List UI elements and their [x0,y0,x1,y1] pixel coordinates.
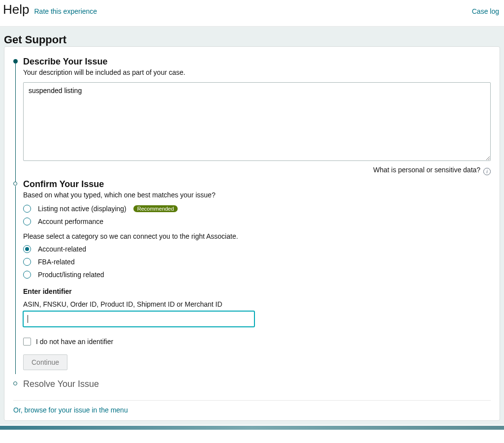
radio-icon[interactable] [23,271,31,279]
option-label: Listing not active (displaying) [38,205,126,213]
category-product-listing-related[interactable]: Product/listing related [23,271,491,279]
identifier-label: Enter identifier [23,287,491,295]
sensitive-data-link[interactable]: What is personal or sensitive data? [373,166,480,174]
issue-option-account-performance[interactable]: Account performance [23,218,491,225]
checkbox-icon[interactable] [23,338,31,346]
no-identifier-label: I do not have an identifier [36,338,113,346]
category-label: Account-related [38,245,86,253]
info-icon[interactable]: i [483,168,491,175]
support-panel: Describe Your Issue Your description wil… [4,46,500,421]
radio-icon[interactable] [23,205,31,213]
step-connector [15,186,16,374]
step2-subtitle: Based on what you typed, which one best … [23,191,491,199]
step-connector [15,63,16,182]
step-dot-filled-icon [13,59,18,63]
radio-icon[interactable] [23,218,31,225]
text-caret-icon [28,315,28,323]
step-resolve: Resolve Your Issue [13,379,491,389]
step3-title: Resolve Your Issue [23,379,491,389]
no-identifier-row[interactable]: I do not have an identifier [23,338,491,346]
identifier-hint: ASIN, FNSKU, Order ID, Product ID, Shipm… [23,300,491,308]
option-label: Account performance [38,218,103,225]
issue-option-listing-not-active[interactable]: Listing not active (displaying) Recommen… [23,205,491,213]
step1-subtitle: Your description will be included as par… [23,68,491,76]
subheader: Get Support [0,27,504,46]
step2-title: Confirm Your Issue [23,179,491,190]
step-confirm: Confirm Your Issue Based on what you typ… [13,179,491,370]
footer-decorative-strip [0,426,504,430]
identifier-input[interactable] [23,311,254,327]
step-dot-hollow-icon [13,381,17,385]
case-log-link[interactable]: Case log [472,7,499,15]
page-title: Get Support [4,33,500,46]
page-header: Help Rate this experience Case log [0,0,504,27]
issue-description-textarea[interactable] [23,82,491,161]
help-title: Help [3,2,29,17]
continue-button[interactable]: Continue [23,354,67,370]
divider [13,400,491,401]
browse-menu-link[interactable]: Or, browse for your issue in the menu [13,406,128,414]
rate-experience-link[interactable]: Rate this experience [34,7,97,15]
category-fba-related[interactable]: FBA-related [23,258,491,266]
radio-icon[interactable] [23,258,31,266]
radio-icon[interactable] [23,245,31,253]
category-label: FBA-related [38,258,75,266]
step-dot-hollow-icon [13,182,17,186]
step-describe: Describe Your Issue Your description wil… [13,57,491,175]
step1-title: Describe Your Issue [23,57,491,67]
category-account-related[interactable]: Account-related [23,245,491,253]
category-label: Product/listing related [38,271,104,279]
recommended-badge: Recommended [133,205,178,212]
category-prompt: Please select a category so we can conne… [23,232,491,240]
sensitive-data-row: What is personal or sensitive data? i [23,166,491,175]
